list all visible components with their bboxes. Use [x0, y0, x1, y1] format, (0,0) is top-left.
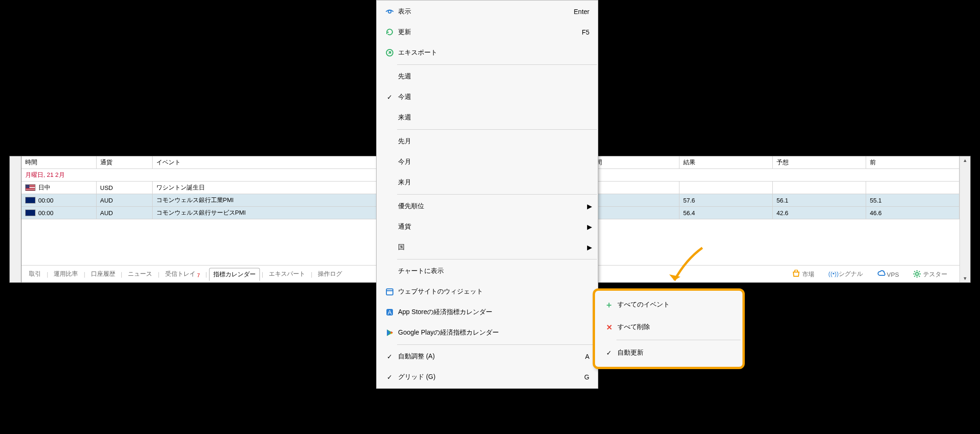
menu-item-すべてのイベント[interactable]: ＋すべてのイベント: [596, 294, 742, 316]
menu-label: 先月: [398, 137, 589, 146]
vertical-scrollbar[interactable]: ▲ ▼: [959, 156, 970, 282]
menu-label: 自動更新: [617, 349, 644, 357]
tab-separator: |: [262, 271, 263, 278]
submenu-arrow-icon: ▶: [587, 223, 592, 231]
cell-time: 00:00: [38, 210, 54, 217]
menu-label: 先週: [398, 72, 589, 81]
cell-currency: USD: [96, 182, 152, 194]
menu-separator: [616, 340, 741, 340]
col-forecast[interactable]: 予想: [773, 156, 866, 169]
menu-item-App Storeの経済指標カレンダー[interactable]: AApp Storeの経済指標カレンダー: [377, 302, 598, 322]
tab-口座履歴[interactable]: 口座履歴: [87, 268, 119, 280]
scroll-up-icon[interactable]: ▲: [963, 156, 967, 164]
menu-label: すべてのイベント: [617, 301, 670, 309]
cell-prior: 46.6: [866, 207, 959, 219]
menu-label: 優先順位: [398, 202, 589, 210]
tab-運用比率[interactable]: 運用比率: [50, 268, 82, 280]
flag-au-icon: [25, 197, 35, 203]
cell-result: [679, 182, 773, 194]
menu-label: 自動調整 (A): [398, 352, 585, 361]
check-icon: [387, 373, 392, 381]
link-シグナル[interactable]: ((•)) シグナル: [825, 268, 867, 280]
menu-item-今週[interactable]: 今週: [377, 87, 598, 107]
menu-separator: [397, 64, 597, 65]
col-period[interactable]: 期間: [586, 156, 679, 169]
gear-icon: [913, 270, 921, 276]
menu-separator: [397, 129, 597, 130]
menu-label: 来月: [398, 178, 589, 187]
menu-item-通貨[interactable]: 通貨▶: [377, 217, 598, 237]
cell-currency: AUD: [96, 194, 152, 207]
bag-icon: [792, 270, 800, 276]
check-icon: [606, 349, 612, 357]
shortcut: A: [585, 353, 589, 360]
submenu-arrow-icon: ▶: [587, 244, 592, 251]
menu-item-来月[interactable]: 来月: [377, 172, 598, 193]
menu-item-チャートに表示[interactable]: チャートに表示: [377, 261, 598, 281]
link-市場[interactable]: 市場: [788, 268, 818, 280]
menu-item-すべて削除[interactable]: ✕すべて削除: [596, 316, 742, 338]
tab-separator: |: [84, 271, 85, 278]
menu-item-表示[interactable]: 表示Enter: [377, 1, 598, 22]
tab-separator: |: [311, 271, 312, 278]
menu-item-先月[interactable]: 先月: [377, 131, 598, 152]
toolbox-title-strip: ツールボックス: [10, 156, 21, 282]
menu-item-Google Playの経済指標カレンダー[interactable]: Google Playの経済指標カレンダー: [377, 322, 598, 343]
menu-label: 表示: [398, 7, 574, 16]
shortcut: Enter: [574, 8, 589, 15]
cell-forecast: 42.6: [773, 207, 866, 219]
scroll-down-icon[interactable]: ▼: [963, 274, 967, 282]
col-currency[interactable]: 通貨: [96, 156, 152, 169]
check-icon: [381, 353, 398, 360]
menu-item-先週[interactable]: 先週: [377, 66, 598, 87]
menu-item-優先順位[interactable]: 優先順位▶: [377, 196, 598, 217]
check-icon: [601, 349, 617, 357]
col-prior[interactable]: 前: [866, 156, 959, 169]
tab-指標カレンダー[interactable]: 指標カレンダー: [209, 268, 260, 281]
cell-currency: AUD: [96, 207, 152, 219]
check-icon: [381, 93, 398, 101]
svg-rect-11: [386, 289, 393, 295]
menu-label: 国: [398, 243, 589, 252]
col-time[interactable]: 時間: [21, 156, 96, 169]
cloud-icon: [877, 270, 885, 277]
menu-item-今月[interactable]: 今月: [377, 152, 598, 172]
tab-操作ログ[interactable]: 操作ログ: [314, 268, 346, 280]
tab-取引[interactable]: 取引: [25, 268, 45, 280]
link-テスター[interactable]: テスター: [909, 268, 951, 280]
menu-label: チャートに表示: [398, 267, 589, 275]
menu-item-国[interactable]: 国▶: [377, 237, 598, 258]
menu-label: 来週: [398, 113, 589, 122]
menu-item-グリッド (G)[interactable]: グリッド (G)G: [377, 367, 598, 387]
cell-prior: [866, 182, 959, 194]
tab-separator: |: [121, 271, 122, 278]
menu-separator: [397, 194, 597, 195]
cell-prior: 55.1: [866, 194, 959, 207]
menu-label: すべて削除: [617, 323, 650, 331]
col-result[interactable]: 結果: [679, 156, 773, 169]
x-icon: ✕: [601, 323, 617, 332]
tab-エキスパート[interactable]: エキスパート: [265, 268, 309, 280]
tab-受信トレイ[interactable]: 受信トレイ 7: [161, 268, 204, 280]
refresh-icon: [381, 28, 398, 37]
submenu-events: ＋すべてのイベント✕すべて削除自動更新: [593, 288, 745, 369]
toolbox-title: ツールボックス: [2, 190, 11, 235]
check-icon: [381, 373, 398, 381]
menu-item-ウェブサイトのウィジェット[interactable]: ウェブサイトのウィジェット: [377, 281, 598, 302]
menu-item-来週[interactable]: 来週: [377, 107, 598, 128]
menu-label: 通貨: [398, 223, 589, 231]
export-icon: [381, 48, 398, 57]
svg-line-6: [919, 276, 920, 277]
menu-item-エキスポート[interactable]: エキスポート: [377, 42, 598, 63]
link-VPS[interactable]: VPS: [873, 268, 903, 280]
svg-text:A: A: [388, 309, 392, 316]
tab-separator: |: [47, 271, 48, 278]
svg-point-0: [916, 273, 918, 275]
menu-item-更新[interactable]: 更新F5: [377, 22, 598, 42]
tab-ニュース[interactable]: ニュース: [124, 268, 156, 280]
menu-item-自動調整 (A)[interactable]: 自動調整 (A)A: [377, 346, 598, 367]
menu-item-自動更新[interactable]: 自動更新: [596, 342, 742, 364]
menu-separator: [397, 259, 597, 259]
menu-label: グリッド (G): [398, 373, 584, 381]
widget-icon: [381, 287, 398, 296]
